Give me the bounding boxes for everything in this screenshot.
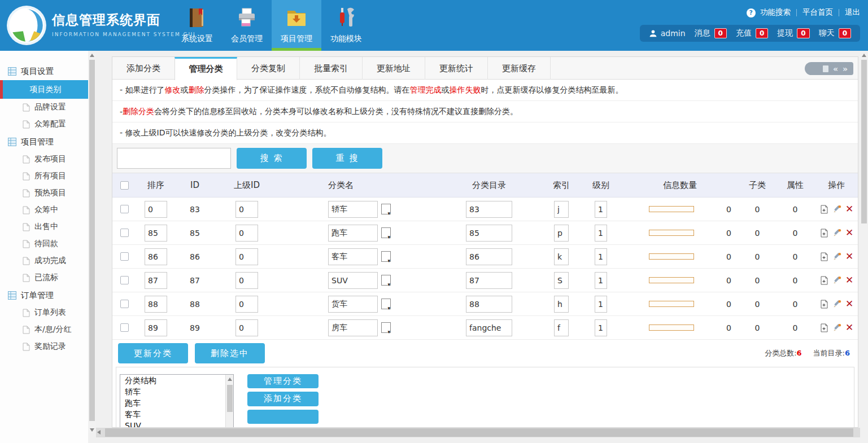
index-input[interactable] [554,225,569,242]
recharge-menu[interactable]: 充值 0 [736,28,768,38]
sidebar-section-project-management[interactable]: 项目管理 [0,133,88,151]
category-name-input[interactable] [328,248,378,265]
delete-icon[interactable]: ✕ [845,299,853,309]
search-input[interactable] [117,148,231,169]
tab-manage-category[interactable]: 管理分类 [175,57,237,80]
tab-add-category[interactable]: 添加分类 [112,57,175,80]
scroll-down-arrow-icon[interactable] [90,428,94,432]
logout-link[interactable]: 退出 [845,7,860,17]
sidebar-section-order-management[interactable]: 订单管理 [0,286,88,304]
add-category-button[interactable]: 添加分类 [247,392,319,406]
category-dir-input[interactable] [466,201,512,218]
function-search-link[interactable]: ? 功能搜索 [747,7,791,17]
image-picker-icon[interactable] [381,322,391,333]
category-dir-input[interactable] [466,296,512,313]
sort-input[interactable] [145,296,167,313]
parent-id-input[interactable] [235,248,258,265]
list-item[interactable]: 轿车 [120,386,233,397]
copy-icon[interactable] [819,276,828,285]
delete-icon[interactable]: ✕ [845,275,853,285]
index-input[interactable] [554,296,569,313]
image-picker-icon[interactable] [381,299,391,309]
platform-home-link[interactable]: 平台首页 [802,7,833,17]
index-input[interactable] [554,201,569,218]
row-checkbox[interactable] [120,229,129,237]
sidebar-item-project-category[interactable]: 项目类别 [0,80,88,99]
list-item[interactable]: 分类结构 [120,375,233,386]
tab-copy-category[interactable]: 分类复制 [237,57,300,80]
scroll-left-arrow-icon[interactable] [97,430,101,435]
scrollbar-thumb[interactable] [89,60,95,421]
copy-icon[interactable] [819,323,828,332]
list-item[interactable]: SUV [120,420,233,428]
chevron-left-icon[interactable]: « [833,65,838,73]
partial-button[interactable] [247,410,319,424]
level-input[interactable] [595,248,607,265]
sort-input[interactable] [145,319,167,336]
listbox-scrollbar[interactable] [225,375,233,428]
nav-system-settings[interactable]: 系统设置 [172,0,222,51]
tab-update-cache[interactable]: 更新缓存 [488,57,551,80]
delete-selected-button[interactable]: 删除选中 [195,343,265,363]
category-name-input[interactable] [328,319,378,336]
sidebar-item-reward-records[interactable]: 奖励记录 [0,338,88,355]
sidebar-item-crowdfunding-active[interactable]: 众筹中 [0,201,88,218]
category-name-input[interactable] [328,272,378,289]
sidebar-item-all-projects[interactable]: 所有项目 [0,168,88,185]
parent-id-input[interactable] [235,272,258,289]
sidebar-item-crowdfunding-config[interactable]: 众筹配置 [0,116,88,133]
sidebar-item-completed[interactable]: 成功完成 [0,252,88,269]
category-dir-input[interactable] [466,272,512,289]
nav-function-modules[interactable]: 功能模块 [321,0,371,51]
category-structure-listbox[interactable]: 分类结构 轿车 跑车 客车 SUV [120,374,234,428]
edit-icon[interactable] [832,323,841,332]
edit-icon[interactable] [832,276,841,285]
edit-icon[interactable] [832,229,841,238]
scroll-up-arrow-icon[interactable] [862,54,866,57]
row-checkbox[interactable] [120,252,129,261]
messages-menu[interactable]: 消息 0 [695,28,727,38]
level-input[interactable] [595,225,607,242]
scrollbar-thumb[interactable] [861,60,867,223]
nav-project-management[interactable]: 项目管理 [272,0,321,51]
sidebar-item-on-sale[interactable]: 出售中 [0,218,88,235]
tab-scroll-widget[interactable]: « » [805,62,853,75]
index-input[interactable] [554,319,569,336]
select-all-checkbox[interactable] [120,181,129,190]
parent-id-input[interactable] [235,319,258,336]
level-input[interactable] [595,272,607,289]
delete-icon[interactable]: ✕ [845,204,853,214]
sort-input[interactable] [145,225,167,242]
sidebar-item-brand-settings[interactable]: 品牌设置 [0,99,88,116]
sidebar-scrollbar[interactable] [88,51,96,433]
category-name-input[interactable] [328,296,378,313]
edit-icon[interactable] [832,252,841,261]
category-name-input[interactable] [328,225,378,242]
tab-update-address[interactable]: 更新地址 [363,57,425,80]
edit-icon[interactable] [832,300,841,309]
sidebar-section-project-settings[interactable]: 项目设置 [0,62,88,80]
delete-icon[interactable]: ✕ [845,252,853,261]
sort-input[interactable] [145,201,167,218]
manage-category-button[interactable]: 管理分类 [247,374,319,388]
scroll-up-arrow-icon[interactable] [228,378,232,381]
search-button[interactable]: 搜 索 [237,148,307,169]
image-picker-icon[interactable] [381,275,391,286]
category-dir-input[interactable] [466,248,512,265]
nav-member-management[interactable]: 会员管理 [222,0,272,51]
scroll-up-arrow-icon[interactable] [90,54,94,57]
category-dir-input[interactable] [466,225,512,242]
scrollbar-thumb[interactable] [105,428,853,437]
research-button[interactable]: 重 搜 [312,148,382,169]
category-name-input[interactable] [328,201,378,218]
index-input[interactable] [554,272,569,289]
row-checkbox[interactable] [120,300,129,308]
scrollbar-thumb[interactable] [227,385,233,412]
row-checkbox[interactable] [120,205,129,213]
parent-id-input[interactable] [235,201,258,218]
image-picker-icon[interactable] [381,227,391,238]
row-checkbox[interactable] [120,276,129,284]
chevron-right-icon[interactable]: » [843,65,848,73]
copy-icon[interactable] [819,252,828,261]
level-input[interactable] [595,319,607,336]
